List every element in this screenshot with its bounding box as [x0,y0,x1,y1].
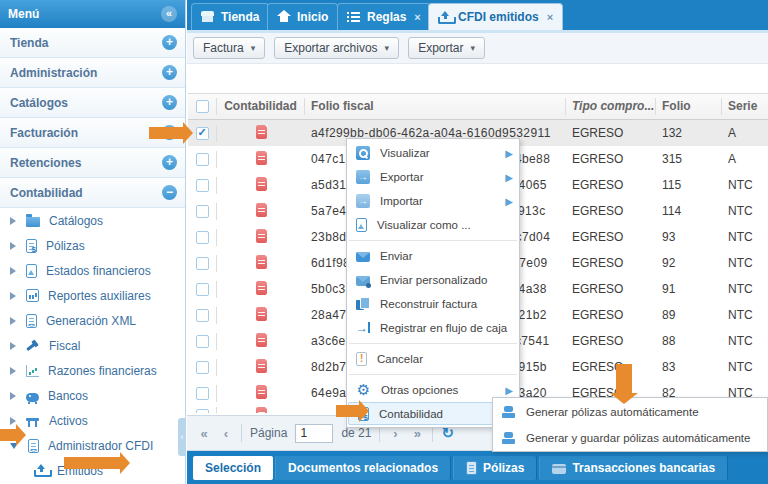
column-header-folio[interactable]: Folio [656,98,722,115]
expand-plus-icon[interactable]: + [162,155,177,170]
row-checkbox[interactable] [196,127,209,140]
serie-cell: NTC [722,203,768,220]
column-header-tipo-comprobante[interactable]: Tipo compro... [566,98,656,115]
red-document-icon[interactable] [256,125,267,139]
red-document-icon[interactable] [256,229,267,243]
column-header-folio-fiscal[interactable]: Folio fiscal [305,98,566,115]
panel-splitter-handle[interactable]: ‹ [178,418,186,456]
menu-item-enviar[interactable]: Enviar [347,244,519,268]
menu-item-cancelar[interactable]: Cancelar [347,347,519,371]
menu-item-registrar-flujo-caja[interactable]: →Registrar en flujo de caja [347,316,519,340]
red-document-icon[interactable] [256,177,267,191]
red-document-icon[interactable] [256,203,267,217]
row-checkbox[interactable] [196,335,209,348]
submenu-arrow-icon: ▶ [505,385,513,396]
close-tab-icon[interactable]: × [414,11,420,23]
row-checkbox[interactable] [196,231,209,244]
menu-item-exportar[interactable]: →Exportar▶ [347,165,519,189]
bottom-tab-documentos-relacionados[interactable]: Documentos relacionados [275,456,451,480]
red-document-icon[interactable] [256,255,267,269]
expand-arrow-icon[interactable] [10,217,16,225]
tree-item-fiscal[interactable]: Fiscal [0,333,185,358]
select-all-cell [188,98,217,115]
bottom-tab-bar: Selección Documentos relacionados Póliza… [187,451,768,484]
tab-inicio[interactable]: Inicio [267,3,338,30]
red-document-icon[interactable] [256,281,267,295]
store-icon [201,10,215,24]
red-document-icon[interactable] [256,385,267,399]
tab-cfdi-emitidos[interactable]: CFDI emitidos × [428,3,563,30]
exportar-dropdown-button[interactable]: Exportar▾ [408,37,485,59]
prev-page-button[interactable]: ‹ [219,426,233,441]
contabilidad-tree: Catálogos Pólizas Estados financieros Re… [0,208,185,483]
bottom-tab-polizas[interactable]: Pólizas [453,456,537,480]
row-checkbox[interactable] [196,309,209,322]
factura-dropdown-button[interactable]: Factura▾ [193,37,265,59]
red-document-icon[interactable] [256,359,267,373]
column-header-serie[interactable]: Serie [722,98,768,115]
tree-item-estados-financieros[interactable]: Estados financieros [0,258,185,283]
expand-arrow-icon[interactable] [10,392,16,400]
row-checkbox[interactable] [196,361,209,374]
separator [241,424,242,442]
tab-reglas[interactable]: Reglas × [337,3,431,30]
upload-icon [34,464,48,477]
collapse-sidebar-icon[interactable]: « [161,6,177,22]
tree-item-generacion-xml[interactable]: Generación XML [0,308,185,333]
submenu-arrow-icon: ▶ [505,196,513,207]
red-document-icon[interactable] [256,151,267,165]
sidebar-item-administracion[interactable]: Administración+ [0,58,185,88]
first-page-button[interactable]: « [197,426,211,441]
sidebar-item-catalogos[interactable]: Catálogos+ [0,88,185,118]
bottom-tab-transacciones-bancarias[interactable]: Transacciones bancarias [539,456,728,480]
tipo-cell: EGRESO [566,229,656,246]
menu-item-importar[interactable]: →Importar▶ [347,189,519,213]
expand-plus-icon[interactable]: + [162,35,177,50]
tree-item-reportes-auxiliares[interactable]: Reportes auxiliares [0,283,185,308]
row-checkbox[interactable] [196,283,209,296]
expand-arrow-icon[interactable] [10,317,16,325]
expand-arrow-icon[interactable] [10,292,16,300]
row-checkbox[interactable] [196,409,209,413]
row-checkbox[interactable] [196,179,209,192]
expand-plus-icon[interactable]: + [162,95,177,110]
select-all-checkbox[interactable] [196,100,209,113]
row-checkbox[interactable] [196,257,209,270]
expand-arrow-icon[interactable] [10,367,16,375]
menu-item-reconstruir-factura[interactable]: Reconstruir factura [347,292,519,316]
copy-icon [356,297,370,311]
red-document-icon[interactable] [256,307,267,321]
menu-item-visualizar[interactable]: Visualizar▶ [347,141,519,165]
menu-item-visualizar-como[interactable]: Visualizar como ... [347,213,519,237]
page-number-input[interactable] [295,424,333,443]
row-checkbox[interactable] [196,205,209,218]
annotation-arrow-menu-contabilidad [336,405,359,417]
expand-arrow-icon[interactable] [10,342,16,350]
folio-cell: 315 [656,151,722,168]
close-tab-icon[interactable]: × [547,11,553,23]
bar-chart-doc-icon [26,289,39,302]
submenu-item-generar-guardar-polizas[interactable]: Generar y guardar pólizas automáticament… [493,425,767,451]
sidebar-item-retenciones[interactable]: Retenciones+ [0,148,185,178]
sidebar-item-contabilidad[interactable]: Contabilidad− [0,178,185,208]
tree-item-catalogos[interactable]: Catálogos [0,208,185,233]
expand-plus-icon[interactable]: + [162,65,177,80]
tree-item-razones-financieras[interactable]: Razones financieras [0,358,185,383]
exportar-archivos-dropdown-button[interactable]: Exportar archivos▾ [274,37,399,59]
column-header-contabilidad[interactable]: Contabilidad [217,98,305,115]
red-document-icon[interactable] [256,333,267,347]
expand-arrow-icon[interactable] [10,242,16,250]
sidebar-item-tienda[interactable]: Tienda+ [0,28,185,58]
collapse-minus-icon[interactable]: − [162,185,177,200]
tree-item-administrador-cfdi[interactable]: Administrador CFDI [0,433,185,458]
folio-cell: 115 [656,177,722,194]
tree-item-bancos[interactable]: Bancos [0,383,185,408]
row-checkbox[interactable] [196,387,209,400]
expand-arrow-icon[interactable] [10,267,16,275]
tree-item-activos[interactable]: Activos [0,408,185,433]
bottom-tab-seleccion[interactable]: Selección [193,456,273,480]
tab-tienda[interactable]: Tienda [191,3,269,30]
tree-item-polizas[interactable]: Pólizas [0,233,185,258]
menu-item-enviar-personalizado[interactable]: Enviar personalizado [347,268,519,292]
row-checkbox[interactable] [196,153,209,166]
